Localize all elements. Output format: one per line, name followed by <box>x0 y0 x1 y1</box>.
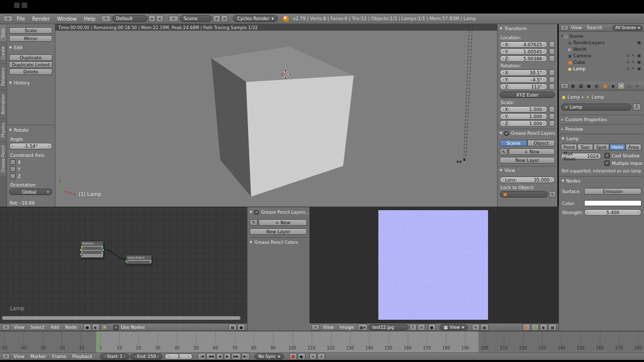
tab-scene[interactable]: ● <box>585 82 593 89</box>
timeline-menu-frame[interactable]: Frame <box>49 354 68 359</box>
record-button[interactable] <box>289 353 297 360</box>
increment-icon[interactable]: › <box>543 70 545 75</box>
strength-input-socket[interactable] <box>79 253 83 256</box>
outliner-item-cube[interactable]: ■Cube <box>568 60 585 65</box>
pin-icon[interactable]: ● <box>237 324 245 331</box>
jump-to-start-button[interactable]: |◀ <box>198 353 206 360</box>
tab-animation[interactable]: Animation <box>0 90 7 118</box>
increment-icon[interactable]: › <box>157 354 159 359</box>
gp-scene-toggle[interactable]: Scene <box>500 140 527 146</box>
frame-end-field[interactable]: ‹End:250› <box>130 353 163 359</box>
editor-type-icon[interactable]: ▾ <box>560 83 569 89</box>
increment-icon[interactable]: › <box>637 210 639 215</box>
scale-z-field[interactable]: ‹Z:1.000› <box>500 120 547 127</box>
increment-icon[interactable]: › <box>550 177 552 182</box>
gp-checkbox[interactable]: ✓ <box>254 210 259 215</box>
edit-panel-header[interactable]: ▼Edit <box>9 45 23 50</box>
disclosure-icon[interactable]: ▾ <box>561 34 563 38</box>
node-lamp-output[interactable]: Lamp Output <box>126 255 152 264</box>
output-socket[interactable] <box>102 248 105 251</box>
color-swatch[interactable] <box>584 200 641 206</box>
decrement-icon[interactable]: ‹ <box>12 144 14 148</box>
timeline-ruler[interactable]: -50-40-30-20-100102030405060708090100110… <box>0 331 644 352</box>
decrement-icon[interactable]: ‹ <box>502 56 504 61</box>
node-menu-node[interactable]: Node <box>63 325 80 330</box>
axis-x-checkbox[interactable]: X <box>10 159 21 165</box>
cast-shadow-checkbox[interactable]: ✓Cast Shadow <box>604 153 639 158</box>
node-menu-select[interactable]: Select <box>28 325 47 330</box>
lamp-visibility-toggles[interactable]: ⊙↖▣ <box>626 66 641 71</box>
mask-mode-icon[interactable]: ▦ <box>480 324 489 331</box>
scene-browse-icon[interactable]: ▾ <box>169 16 179 22</box>
decrement-icon[interactable]: ‹ <box>134 354 136 359</box>
timeline-menu-marker[interactable]: Marker <box>28 354 48 359</box>
checkbox-icon[interactable]: ✓ <box>604 153 610 158</box>
unlink-image-button[interactable]: × <box>418 324 425 331</box>
frame-start-field[interactable]: ‹Start:1› <box>100 353 129 359</box>
use-nodes-checkbox[interactable]: ✓Use Nodes <box>113 325 145 330</box>
screen-browse-icon[interactable]: ▾ <box>101 16 111 22</box>
sync-mode-select[interactable]: No Sync▾ <box>255 353 284 359</box>
play-reverse-button[interactable]: ◀ <box>216 353 223 360</box>
gp-checkbox[interactable]: ✓ <box>504 131 509 136</box>
tab-physics[interactable]: ○ <box>625 82 633 89</box>
gp-layers-panel-header[interactable]: ▼✓Grease Pencil Layers... <box>250 210 309 215</box>
decrement-icon[interactable]: ‹ <box>168 354 170 359</box>
location-y-field[interactable]: ‹Y:1.00545› <box>500 48 547 55</box>
tab-particles[interactable]: + <box>633 82 641 89</box>
close-scene-button[interactable]: × <box>221 15 228 22</box>
gp-layers-panel-header[interactable]: ▼✓Grease Pencil Layers <box>500 131 555 136</box>
axis-y-checkbox[interactable]: Y <box>10 166 21 172</box>
rotation-x-field[interactable]: ‹X:30.1°› <box>500 69 547 76</box>
image-menu-image[interactable]: Image <box>337 325 356 330</box>
editor-type-icon[interactable]: ▾ <box>3 16 13 22</box>
tab-create[interactable]: Create <box>0 43 7 63</box>
angle-field[interactable]: ‹ -1.54° › <box>9 143 52 149</box>
history-panel-header[interactable]: ▼History <box>9 80 30 85</box>
outliner-item-scene[interactable]: ▾○Scene <box>561 34 583 39</box>
node-editor[interactable]: Emission Lamp Output Lamp ▾ View Select … <box>0 207 247 331</box>
tab-render-layers[interactable]: ▦ <box>577 82 585 89</box>
menu-render[interactable]: Render <box>29 16 54 22</box>
checkbox-icon[interactable] <box>10 159 16 165</box>
tab-grease-pencil[interactable]: Grease Pencil <box>0 142 7 176</box>
node-emission[interactable]: Emission <box>80 241 104 258</box>
orientation-select[interactable]: Global▾ <box>9 189 52 195</box>
gp-object-toggle[interactable]: Object <box>527 140 555 146</box>
renderlayers-render-toggle[interactable]: ▣ <box>637 40 641 45</box>
lamp-panel-header[interactable]: ▼Lamp <box>561 136 579 141</box>
editor-type-icon[interactable]: ▾ <box>560 25 569 31</box>
channel-alpha-icon[interactable]: ● <box>531 324 539 331</box>
copy-value-button[interactable] <box>549 113 555 120</box>
scene-name-field[interactable]: Scene <box>180 15 212 22</box>
increment-icon[interactable]: › <box>123 354 125 359</box>
fake-user-button[interactable]: F <box>633 104 641 111</box>
outliner-item-camera[interactable]: ▣Camera <box>568 53 591 58</box>
gp-new-button[interactable]: +New <box>509 148 555 155</box>
timeline-menu-playback[interactable]: Playback <box>70 354 95 359</box>
play-button[interactable]: ▶ <box>224 353 231 360</box>
increment-icon[interactable]: › <box>543 84 545 89</box>
increment-icon[interactable]: › <box>543 42 545 47</box>
scopes-icon[interactable]: ▦ <box>548 324 556 331</box>
lens-field[interactable]: ‹Lens:35.000› <box>500 176 555 183</box>
checkbox-icon[interactable]: ✓ <box>113 325 119 330</box>
cube-visibility-toggles[interactable]: ⊙↖▣ <box>626 60 641 64</box>
horizontal-scrollbar[interactable] <box>2 316 240 320</box>
menu-window[interactable]: Window <box>53 16 80 22</box>
timeline-menu-view[interactable]: View <box>11 354 27 359</box>
mirror-button[interactable]: Mirror <box>9 35 52 42</box>
increment-icon[interactable]: › <box>543 77 545 82</box>
image-name-field[interactable]: test12.jpg <box>368 324 409 330</box>
outliner-item-world[interactable]: ◐World <box>568 47 586 52</box>
increment-icon[interactable]: › <box>188 354 190 359</box>
close-screen-button[interactable]: × <box>156 15 164 22</box>
editor-type-icon[interactable]: ▾ <box>2 324 10 330</box>
tab-lamp-data[interactable]: ☀ <box>617 82 625 89</box>
location-x-field[interactable]: ‹X:4.07625› <box>500 41 547 48</box>
add-scene-button[interactable]: + <box>213 15 220 22</box>
gp-draw-icon[interactable]: ✎ <box>250 219 258 226</box>
outliner-menu-search[interactable]: Search <box>584 25 605 30</box>
editor-type-icon[interactable]: ▾ <box>311 324 319 330</box>
keying-set-icon[interactable]: ● <box>298 353 305 360</box>
